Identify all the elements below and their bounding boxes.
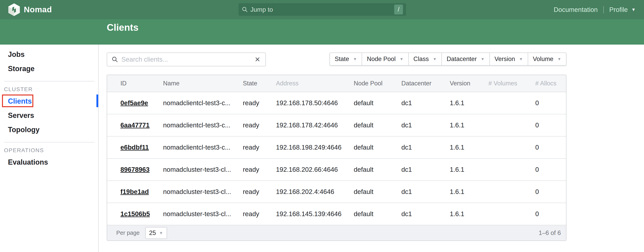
client-state-cell: ready — [243, 114, 276, 136]
profile-menu[interactable]: Profile ▼ — [609, 6, 636, 13]
column-header-id[interactable]: ID — [107, 75, 163, 92]
clients-search-field[interactable]: ✕ — [107, 52, 266, 66]
column-header-name[interactable]: Name — [163, 75, 243, 92]
page-title: Clients — [107, 22, 644, 33]
client-name-cell: nomadcluster-test3-cl... — [163, 159, 243, 181]
column-header-datacenter[interactable]: Datacenter — [401, 75, 450, 92]
chevron-down-icon: ▼ — [519, 57, 523, 61]
filter-class-button[interactable]: Class ▼ — [409, 52, 442, 66]
pagination-range: 1–6 of 6 — [539, 230, 561, 237]
filter-volume-button[interactable]: Volume ▼ — [528, 52, 566, 66]
column-header-version[interactable]: Version — [450, 75, 488, 92]
client-allocs-cell: 0 — [535, 181, 566, 203]
client-id-link[interactable]: 89678963 — [120, 166, 150, 173]
jump-to-search[interactable]: Jump to / — [239, 3, 406, 16]
client-volumes-cell — [488, 114, 535, 136]
client-datacenter-cell: dc1 — [401, 114, 450, 136]
client-id-link[interactable]: f19be1ad — [120, 188, 149, 195]
client-state-cell: ready — [243, 203, 276, 225]
client-id-cell: 1c1506b5 — [107, 203, 163, 225]
filter-node-pool-button[interactable]: Node Pool ▼ — [362, 52, 409, 66]
client-datacenter-cell: dc1 — [401, 181, 450, 203]
nomad-brand[interactable]: Nomad — [8, 3, 52, 16]
table-row[interactable]: 0ef5ae9e nomadclientcl-test3-c... ready … — [107, 92, 566, 114]
sidebar-divider — [4, 81, 94, 81]
client-state-cell: ready — [243, 181, 276, 203]
client-id-cell: 6aa47771 — [107, 114, 163, 136]
table-row[interactable]: e6bdbf11 nomadclientcl-test3-c... ready … — [107, 136, 566, 159]
chevron-down-icon: ▼ — [159, 231, 163, 235]
client-id-link[interactable]: 0ef5ae9e — [120, 99, 148, 107]
client-node-pool-cell: default — [354, 136, 401, 159]
client-address-cell: 192.168.178.50:4646 — [276, 92, 354, 114]
profile-label: Profile — [609, 6, 628, 13]
client-version-cell: 1.6.1 — [450, 159, 488, 181]
client-volumes-cell — [488, 92, 535, 114]
chevron-down-icon: ▼ — [353, 57, 357, 61]
filter-group: State ▼ Node Pool ▼ Class ▼ Datacenter ▼… — [330, 52, 566, 66]
clear-search-icon[interactable]: ✕ — [254, 55, 261, 63]
client-state-cell: ready — [243, 92, 276, 114]
table-row[interactable]: 6aa47771 nomadclientcl-test3-c... ready … — [107, 114, 566, 136]
jump-to-placeholder: Jump to — [250, 6, 273, 13]
per-page-select[interactable]: 25 ▼ — [145, 227, 167, 239]
sidebar-item-evaluations[interactable]: Evaluations — [0, 155, 98, 169]
filter-state-button[interactable]: State ▼ — [330, 52, 362, 66]
table-row[interactable]: 89678963 nomadcluster-test3-cl... ready … — [107, 159, 566, 181]
chevron-down-icon: ▼ — [631, 7, 636, 12]
column-header-state[interactable]: State — [243, 75, 276, 92]
clients-table: ID Name State Address Node Pool Datacent… — [107, 75, 566, 241]
column-header-node-pool[interactable]: Node Pool — [354, 75, 401, 92]
navbar-links: Documentation Profile ▼ — [554, 6, 636, 13]
client-id-link[interactable]: 6aa47771 — [120, 121, 150, 129]
toolbar: ✕ State ▼ Node Pool ▼ Class ▼ Datacenter… — [107, 52, 566, 66]
chevron-down-icon: ▼ — [481, 57, 485, 61]
client-id-link[interactable]: 1c1506b5 — [120, 210, 150, 218]
main-content: ✕ State ▼ Node Pool ▼ Class ▼ Datacenter… — [98, 44, 644, 252]
filter-datacenter-button[interactable]: Datacenter ▼ — [442, 52, 490, 66]
table-row[interactable]: f19be1ad nomadcluster-test3-cl... ready … — [107, 181, 566, 203]
sidebar: Jobs Storage CLUSTER Clients Servers Top… — [0, 44, 98, 252]
client-version-cell: 1.6.1 — [450, 181, 488, 203]
slash-shortcut-key: / — [394, 4, 403, 14]
column-header-allocs: # Allocs — [535, 75, 566, 92]
sidebar-section-operations: OPERATIONS — [0, 145, 98, 155]
client-id-cell: f19be1ad — [107, 181, 163, 203]
documentation-link[interactable]: Documentation — [554, 6, 598, 13]
client-datacenter-cell: dc1 — [401, 203, 450, 225]
client-state-cell: ready — [243, 136, 276, 159]
navbar-divider — [603, 6, 604, 13]
sidebar-section-cluster: CLUSTER — [0, 84, 98, 94]
client-node-pool-cell: default — [354, 159, 401, 181]
sidebar-item-clients[interactable]: Clients — [0, 94, 98, 108]
search-icon — [112, 56, 118, 63]
sidebar-item-topology[interactable]: Topology — [0, 123, 98, 137]
sidebar-divider — [4, 142, 94, 142]
sidebar-item-servers[interactable]: Servers — [0, 108, 98, 123]
table-row[interactable]: 1c1506b5 nomadcluster-test3-cl... ready … — [107, 203, 566, 225]
client-id-cell: e6bdbf11 — [107, 136, 163, 159]
filter-version-button[interactable]: Version ▼ — [490, 52, 528, 66]
client-version-cell: 1.6.1 — [450, 136, 488, 159]
client-name-cell: nomadclientcl-test3-c... — [163, 136, 243, 159]
clients-search-input[interactable] — [122, 56, 254, 63]
nomad-logo-icon — [8, 3, 20, 16]
chevron-down-icon: ▼ — [400, 57, 404, 61]
per-page-label: Per page — [116, 230, 140, 236]
column-header-address: Address — [276, 75, 354, 92]
active-indicator-bar — [96, 94, 98, 107]
client-node-pool-cell: default — [354, 181, 401, 203]
client-address-cell: 192.168.202.66:4646 — [276, 159, 354, 181]
client-datacenter-cell: dc1 — [401, 92, 450, 114]
page-header: Clients — [0, 19, 644, 44]
client-name-cell: nomadclientcl-test3-c... — [163, 92, 243, 114]
client-allocs-cell: 0 — [535, 114, 566, 136]
sidebar-item-storage[interactable]: Storage — [0, 62, 98, 76]
client-id-link[interactable]: e6bdbf11 — [120, 144, 149, 151]
client-allocs-cell: 0 — [535, 159, 566, 181]
sidebar-item-jobs[interactable]: Jobs — [0, 47, 98, 62]
client-address-cell: 192.168.145.139:4646 — [276, 203, 354, 225]
client-version-cell: 1.6.1 — [450, 92, 488, 114]
client-allocs-cell: 0 — [535, 203, 566, 225]
brand-name: Nomad — [24, 5, 52, 14]
